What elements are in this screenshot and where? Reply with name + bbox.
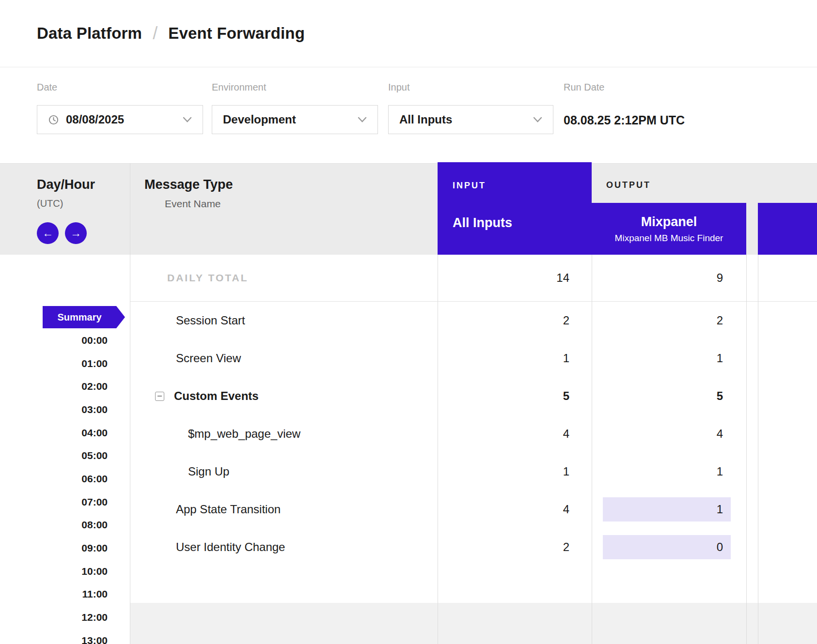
arrow-left-icon: ←: [42, 228, 53, 239]
output-section-label: OUTPUT: [606, 180, 651, 190]
message-row: Sign Up 1 1: [130, 453, 817, 491]
utc-label: (UTC): [37, 198, 63, 209]
breadcrumb-current-page: Event Forwarding: [168, 24, 305, 43]
message-name: Custom Events: [130, 377, 438, 415]
message-row: $mp_web_page_view 4 4: [130, 415, 817, 453]
all-inputs-count: 2: [438, 302, 592, 339]
hour-row[interactable]: 05:00: [0, 444, 108, 467]
hour-column: 00:00 01:00 02:00 03:00 04:00 05:00 06:0…: [0, 329, 108, 644]
mixpanel-count: 5: [592, 377, 746, 415]
message-row: Screen View 1 1: [130, 339, 817, 377]
input-dropdown[interactable]: All Inputs: [388, 105, 553, 134]
empty-area: [130, 603, 817, 644]
environment-filter-label: Environment: [212, 82, 378, 92]
column-divider: [438, 255, 438, 644]
environment-dropdown-value: Development: [223, 113, 296, 126]
date-dropdown[interactable]: 08/08/2025: [37, 105, 203, 134]
input-column-title: All Inputs: [453, 215, 512, 230]
all-inputs-count: 1: [438, 453, 592, 491]
message-name-label: Custom Events: [174, 389, 259, 403]
day-hour-title: Day/Hour: [37, 177, 95, 192]
breadcrumb-link-data-platform[interactable]: Data Platform: [37, 24, 142, 43]
chevron-down-icon: [358, 117, 367, 123]
message-name: App State Transition: [130, 491, 438, 528]
mixpanel-count: 0: [592, 528, 746, 566]
input-filter-label: Input: [388, 82, 553, 92]
all-inputs-count: 2: [438, 528, 592, 566]
breadcrumb: Data Platform / Event Forwarding: [0, 0, 817, 67]
hour-row[interactable]: 03:00: [0, 398, 108, 421]
highlighted-cell: 1: [603, 497, 731, 521]
hour-row[interactable]: 04:00: [0, 421, 108, 445]
chevron-down-icon: [533, 117, 542, 123]
run-date: Run Date 08.08.25 2:12PM UTC: [564, 82, 685, 127]
mixpanel-title: Mixpanel: [641, 215, 697, 230]
highlighted-cell: 0: [603, 535, 731, 559]
column-divider: [746, 255, 747, 644]
output-column-partial: [758, 203, 817, 255]
message-rows: Session Start 2 2 Screen View 1 1 Custom…: [130, 302, 817, 566]
event-name-label: Event Name: [165, 198, 221, 210]
prev-day-button[interactable]: ←: [37, 222, 59, 244]
date-filter: Date 08/08/2025: [37, 82, 203, 134]
hour-row[interactable]: 07:00: [0, 491, 108, 514]
daily-total-mixpanel: 9: [592, 255, 746, 301]
hour-row[interactable]: 01:00: [0, 352, 108, 375]
message-row: Custom Events 5 5: [130, 377, 817, 415]
mixpanel-count: 1: [592, 339, 746, 377]
all-inputs-count: 1: [438, 339, 592, 377]
message-name: Sign Up: [130, 453, 438, 491]
hour-row[interactable]: 02:00: [0, 375, 108, 398]
message-type-title: Message Type: [144, 177, 233, 192]
column-divider: [758, 255, 758, 644]
message-row: App State Transition 4 1: [130, 491, 817, 528]
input-filter: Input All Inputs: [388, 82, 553, 134]
environment-dropdown[interactable]: Development: [212, 105, 378, 134]
input-section-label: INPUT: [453, 181, 486, 191]
message-name: $mp_web_page_view: [130, 415, 438, 453]
run-date-label: Run Date: [564, 82, 685, 92]
hour-row[interactable]: 09:00: [0, 537, 108, 560]
date-filter-label: Date: [37, 82, 203, 92]
hour-row[interactable]: 11:00: [0, 583, 108, 606]
event-forwarding-page: Data Platform / Event Forwarding Date 08…: [0, 0, 817, 644]
filter-bar: Date 08/08/2025 Environment Development: [0, 67, 817, 163]
daily-total-all-inputs: 14: [438, 255, 592, 301]
hour-row[interactable]: 10:00: [0, 560, 108, 583]
date-dropdown-value: 08/08/2025: [66, 113, 124, 126]
summary-tab[interactable]: Summary: [43, 306, 125, 328]
message-row: Session Start 2 2: [130, 302, 817, 339]
mixpanel-count: 1: [592, 453, 746, 491]
message-row: User Identity Change 2 0: [130, 528, 817, 566]
mixpanel-subtitle: Mixpanel MB Music Finder: [615, 233, 723, 244]
all-inputs-count: 5: [438, 377, 592, 415]
daily-total-row: DAILY TOTAL 14 9: [130, 255, 817, 302]
mixpanel-column-header[interactable]: Mixpanel Mixpanel MB Music Finder: [592, 203, 746, 255]
message-name: Session Start: [130, 302, 438, 339]
message-name: User Identity Change: [130, 528, 438, 566]
mixpanel-count: 2: [592, 302, 746, 339]
minus-square-icon[interactable]: [155, 392, 164, 401]
mixpanel-count: 4: [592, 415, 746, 453]
column-divider: [130, 163, 130, 644]
environment-filter: Environment Development: [212, 82, 378, 134]
daily-total-label: DAILY TOTAL: [167, 255, 249, 301]
message-name: Screen View: [130, 339, 438, 377]
arrow-right-icon: →: [70, 228, 81, 239]
run-date-value: 08.08.25 2:12PM UTC: [564, 113, 685, 127]
breadcrumb-separator: /: [153, 23, 157, 44]
chevron-down-icon: [183, 117, 192, 123]
hour-row[interactable]: 06:00: [0, 467, 108, 491]
hour-row[interactable]: 08:00: [0, 514, 108, 537]
column-divider: [592, 255, 592, 644]
all-inputs-count: 4: [438, 491, 592, 528]
clock-icon: [48, 114, 59, 125]
hour-row[interactable]: 00:00: [0, 329, 108, 352]
hour-row[interactable]: 13:00: [0, 629, 108, 644]
input-column-header[interactable]: INPUT All Inputs: [438, 162, 592, 255]
next-day-button[interactable]: →: [65, 222, 87, 244]
all-inputs-count: 4: [438, 415, 592, 453]
input-dropdown-value: All Inputs: [399, 113, 452, 126]
mixpanel-count: 1: [592, 491, 746, 528]
hour-row[interactable]: 12:00: [0, 606, 108, 629]
